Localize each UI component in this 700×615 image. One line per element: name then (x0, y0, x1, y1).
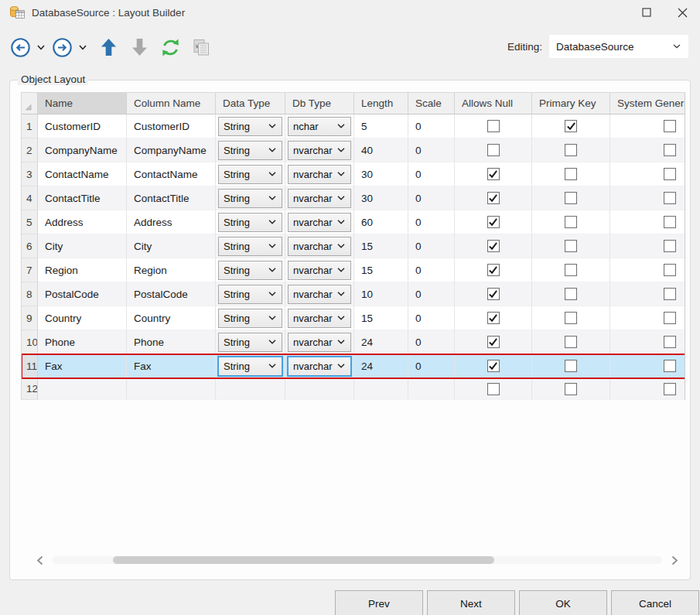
allows-null-checkbox-cell[interactable] (455, 138, 532, 162)
length-cell[interactable]: 30 (354, 162, 408, 186)
allows-null-checkbox-cell[interactable] (455, 306, 532, 330)
allows-null-checkbox[interactable] (487, 240, 500, 252)
data-type-dropdown-cell[interactable]: String (216, 258, 285, 282)
data-type-dropdown-cell[interactable]: String (216, 114, 285, 138)
system-generated-checkbox-cell[interactable] (610, 378, 685, 400)
scale-cell[interactable]: 0 (408, 354, 455, 378)
db-type-dropdown-cell[interactable] (285, 378, 354, 400)
primary-key-checkbox[interactable] (565, 383, 577, 395)
primary-key-checkbox[interactable] (565, 144, 577, 156)
length-cell[interactable] (354, 378, 408, 400)
allows-null-checkbox[interactable] (487, 288, 500, 300)
data-type-dropdown[interactable]: String (218, 189, 282, 208)
db-type-dropdown-cell[interactable]: nchar (285, 114, 354, 138)
system-generated-checkbox[interactable] (664, 288, 676, 300)
primary-key-checkbox-cell[interactable] (532, 330, 610, 354)
name-cell[interactable]: Country (38, 306, 127, 330)
allows-null-checkbox-cell[interactable] (455, 378, 532, 400)
editing-source-dropdown[interactable]: DatabaseSource (549, 35, 688, 58)
system-generated-checkbox-cell[interactable] (610, 234, 685, 258)
allows-null-checkbox[interactable] (487, 264, 500, 276)
data-type-dropdown-cell[interactable] (216, 378, 285, 400)
system-generated-checkbox[interactable] (664, 240, 676, 252)
system-generated-checkbox-cell[interactable] (610, 306, 685, 330)
row-number-cell[interactable]: 6 (22, 234, 38, 258)
data-type-dropdown-cell[interactable]: String (216, 306, 285, 330)
primary-key-checkbox[interactable] (565, 240, 577, 252)
system-generated-checkbox-cell[interactable] (610, 330, 685, 354)
system-generated-checkbox-cell[interactable] (610, 138, 685, 162)
scale-cell[interactable]: 0 (408, 114, 455, 138)
allows-null-checkbox-cell[interactable] (455, 282, 532, 306)
row-number-cell[interactable]: 12 (22, 378, 38, 400)
db-type-dropdown[interactable]: nvarchar (288, 165, 351, 184)
name-cell[interactable]: ContactTitle (38, 186, 127, 210)
length-cell[interactable]: 5 (354, 114, 408, 138)
name-cell[interactable]: Fax (38, 354, 127, 378)
column-name-cell[interactable]: Fax (127, 354, 216, 378)
length-cell[interactable]: 24 (354, 354, 408, 378)
allows-null-checkbox[interactable] (487, 168, 500, 180)
length-cell[interactable]: 15 (354, 306, 408, 330)
data-type-dropdown[interactable]: String (218, 261, 282, 280)
db-type-dropdown[interactable]: nvarchar (288, 237, 351, 256)
column-name-cell[interactable]: Country (127, 306, 216, 330)
db-type-dropdown[interactable]: nvarchar (288, 309, 351, 328)
primary-key-checkbox[interactable] (565, 216, 577, 228)
allows-null-checkbox-cell[interactable] (455, 186, 532, 210)
copy-layout-button[interactable] (189, 35, 213, 60)
data-type-dropdown[interactable]: String (218, 309, 282, 328)
system-generated-checkbox[interactable] (664, 192, 676, 204)
row-number-cell[interactable]: 10 (22, 330, 38, 354)
primary-key-checkbox[interactable] (565, 312, 577, 324)
scroll-right-arrow-icon[interactable] (668, 552, 681, 568)
primary-key-checkbox-cell[interactable] (532, 378, 610, 400)
primary-key-checkbox[interactable] (565, 192, 577, 204)
row-number-cell[interactable]: 9 (22, 306, 38, 330)
allows-null-checkbox-cell[interactable] (455, 234, 532, 258)
system-generated-checkbox-cell[interactable] (610, 354, 685, 378)
system-generated-checkbox-cell[interactable] (610, 258, 685, 282)
column-header-name[interactable]: Name (38, 93, 127, 114)
row-number-cell[interactable]: 4 (22, 186, 38, 210)
column-header-db-type[interactable]: Db Type (285, 93, 354, 114)
scale-cell[interactable]: 0 (408, 258, 455, 282)
length-cell[interactable]: 24 (354, 330, 408, 354)
data-type-dropdown[interactable]: String (218, 357, 282, 376)
data-type-dropdown[interactable]: String (218, 213, 282, 232)
db-type-dropdown[interactable]: nvarchar (288, 213, 351, 232)
db-type-dropdown-cell[interactable]: nvarchar (285, 186, 354, 210)
allows-null-checkbox[interactable] (487, 383, 500, 395)
data-type-dropdown[interactable]: String (218, 333, 282, 352)
data-type-dropdown-cell[interactable]: String (216, 138, 285, 162)
move-up-button[interactable] (96, 35, 121, 60)
allows-null-checkbox[interactable] (487, 120, 500, 132)
primary-key-checkbox-cell[interactable] (532, 258, 610, 282)
row-number-cell[interactable]: 1 (22, 114, 38, 138)
primary-key-checkbox-cell[interactable] (532, 186, 610, 210)
system-generated-checkbox-cell[interactable] (610, 186, 685, 210)
db-type-dropdown[interactable]: nvarchar (288, 333, 351, 352)
db-type-dropdown-cell[interactable]: nvarchar (285, 138, 354, 162)
db-type-dropdown-cell[interactable]: nvarchar (285, 210, 354, 234)
row-number-cell[interactable]: 8 (22, 282, 38, 306)
primary-key-checkbox-cell[interactable] (532, 138, 610, 162)
column-header-system-generated[interactable]: System Generated (610, 93, 685, 114)
system-generated-checkbox[interactable] (664, 144, 676, 156)
db-type-dropdown-cell[interactable]: nvarchar (285, 282, 354, 306)
length-cell[interactable]: 15 (354, 234, 408, 258)
column-name-cell[interactable]: ContactName (127, 162, 216, 186)
primary-key-checkbox-cell[interactable] (532, 354, 610, 378)
close-button[interactable] (664, 0, 700, 25)
allows-null-checkbox-cell[interactable] (455, 258, 532, 282)
data-type-dropdown-cell[interactable]: String (216, 282, 285, 306)
scale-cell[interactable]: 0 (408, 306, 455, 330)
primary-key-checkbox[interactable] (565, 120, 577, 132)
allows-null-checkbox[interactable] (487, 336, 500, 348)
allows-null-checkbox-cell[interactable] (455, 210, 532, 234)
system-generated-checkbox[interactable] (664, 216, 676, 228)
name-cell[interactable]: CustomerID (38, 114, 127, 138)
column-name-cell[interactable]: CompanyName (127, 138, 216, 162)
name-cell[interactable]: Region (38, 258, 127, 282)
data-type-dropdown-cell[interactable]: String (216, 186, 285, 210)
